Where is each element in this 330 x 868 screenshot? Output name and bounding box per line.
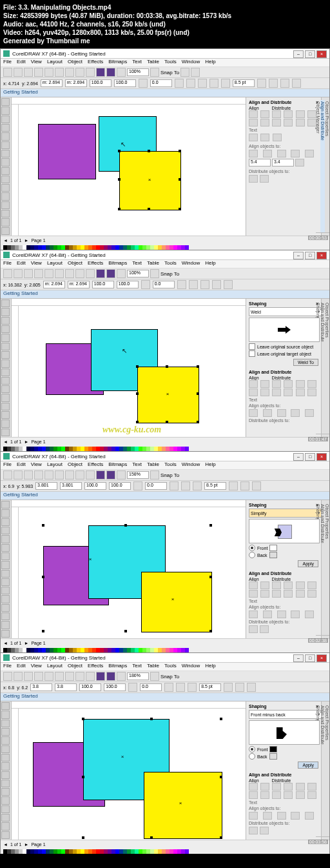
dist-bottom-icon[interactable] [307,119,316,126]
sel-handle[interactable] [148,150,150,152]
wrap-icon[interactable] [257,79,266,88]
page-next[interactable]: ► [24,238,28,243]
rectangle-tool[interactable] [1,150,10,157]
close-button[interactable]: × [316,252,327,259]
eyedropper-tool[interactable] [1,218,10,226]
canvas[interactable]: × ↖ [19,105,246,236]
align-to-icon[interactable] [291,150,300,157]
dist-top-icon[interactable] [284,119,293,126]
undo-icon[interactable] [75,68,84,77]
open-icon[interactable] [14,68,23,77]
align-center-v-icon[interactable] [260,119,269,126]
pick-tool[interactable] [1,98,10,106]
shaping-mode-select[interactable]: Front minus back [249,710,322,719]
page-tab[interactable]: Page 1 [31,238,45,243]
front-icon[interactable] [269,79,278,88]
close-button[interactable]: × [316,50,327,58]
corner2-icon[interactable] [209,79,218,88]
snap-icon[interactable] [150,68,159,77]
text-align-icon[interactable] [260,134,269,141]
effects-tool[interactable] [1,210,10,217]
print-icon[interactable] [34,68,43,77]
sel-handle[interactable] [148,208,150,210]
align-to-icon[interactable] [249,150,258,157]
align-left-icon[interactable] [249,110,258,118]
menu-edit[interactable]: Edit [17,59,26,66]
fill-tool[interactable] [1,227,10,235]
import-icon[interactable] [96,68,105,77]
maximize-button[interactable]: □ [305,252,315,259]
dist-right-icon[interactable] [307,110,316,118]
canvas[interactable]: × ↖ www.cg-ku.com [19,306,246,437]
palette-swatch[interactable] [185,447,189,451]
text-align-icon[interactable] [249,134,258,141]
corner-icon[interactable] [198,79,207,88]
menu-object[interactable]: Object [68,59,82,66]
sidetab-manager[interactable]: Object Manager [316,100,320,233]
menu-effects[interactable]: Effects [88,59,103,66]
align-top-icon[interactable] [249,119,258,126]
copy-icon[interactable] [55,68,64,77]
menu-help[interactable]: Help [205,59,215,66]
menu-view[interactable]: View [31,59,42,66]
weld-to-button[interactable]: Weld To [293,359,318,366]
minimize-button[interactable]: – [293,252,304,259]
yellow-rect[interactable] [144,772,222,839]
cut-icon[interactable] [44,68,53,77]
palette-swatch[interactable] [185,245,189,250]
leave-source-checkbox[interactable]: Leave original source object [249,343,318,350]
table-tool[interactable] [1,184,10,192]
align-right-icon[interactable] [272,110,281,118]
menu-bitmaps[interactable]: Bitmaps [108,59,127,66]
redo-icon[interactable] [86,68,95,77]
shaping-mode-select[interactable]: Weld [249,307,322,316]
palette-swatch[interactable] [185,849,189,854]
align-x-input[interactable]: 5.4 [249,159,271,167]
sidetab-properties[interactable]: Object Properties [325,100,329,233]
page-prev[interactable]: ◄ [3,238,8,243]
minimize-button[interactable]: – [293,50,304,58]
connector-tool[interactable] [1,201,10,209]
outline-width[interactable]: 8.5 pt [233,79,255,87]
scale-y-input[interactable]: 100.0 [114,79,136,87]
canvas[interactable]: ×× [19,709,246,840]
lock-ratio-icon[interactable] [139,79,148,88]
back-radio[interactable]: Back [249,552,318,558]
sel-handle[interactable] [118,178,121,181]
corner3-icon[interactable] [221,79,230,88]
align-center-h-icon[interactable] [260,110,269,118]
crop-tool[interactable] [1,116,10,123]
options-icon[interactable] [180,68,189,77]
ellipse-tool[interactable] [1,158,10,166]
paste-icon[interactable] [65,68,74,77]
align-y-input[interactable]: 3.4 [272,159,294,167]
menu-tools[interactable]: Tools [164,59,177,66]
dimension-tool[interactable] [1,192,10,200]
mirror-h-icon[interactable] [175,79,184,88]
sel-handle[interactable] [179,208,181,210]
width-input[interactable]: m: 2.694 [41,79,63,87]
rotation-input[interactable]: 0.0 [150,79,172,87]
leave-target-checkbox[interactable]: Leave original target object [249,350,318,357]
polygon-tool[interactable] [1,167,10,175]
dist-center-v-icon[interactable] [296,119,305,126]
shaping-mode-select[interactable]: Simplify [249,509,322,518]
dist-left-icon[interactable] [284,110,293,118]
sel-handle[interactable] [118,150,121,152]
convert-icon[interactable] [292,79,301,88]
dist-to-icon[interactable] [260,175,269,183]
front-radio[interactable]: Front [249,746,318,752]
point-icon[interactable] [295,159,304,167]
text-tool[interactable] [1,176,10,183]
menu-text[interactable]: Text [132,59,142,66]
sidetab-align[interactable]: Align and Distribute [320,100,325,233]
back-icon[interactable] [280,79,289,88]
launch-icon[interactable] [191,68,200,77]
export-icon[interactable] [106,68,115,77]
zoom-tool[interactable] [1,124,10,132]
save-icon[interactable] [24,68,33,77]
dist-to-icon[interactable] [249,175,258,183]
shape-tool[interactable] [1,106,10,114]
publish-icon[interactable] [117,68,126,77]
new-icon[interactable] [3,68,12,77]
